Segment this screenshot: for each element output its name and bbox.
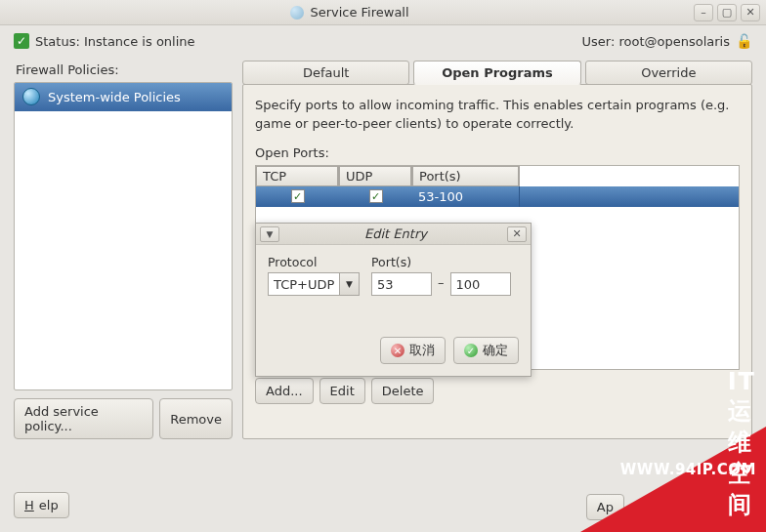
window-controls: – ▢ ✕ <box>694 4 760 21</box>
table-header: TCP UDP Port(s) <box>256 166 739 186</box>
cancel-icon: ✕ <box>391 344 404 357</box>
checkbox-udp[interactable]: ✓ <box>369 189 383 203</box>
checkbox-tcp[interactable]: ✓ <box>291 189 305 203</box>
dropdown-menu-button[interactable]: ▼ <box>260 226 279 242</box>
ok-icon: ✓ <box>464 344 478 357</box>
add-port-button[interactable]: Add... <box>255 378 314 404</box>
panel-description: Specify ports to allow incoming traffic.… <box>255 97 740 134</box>
port-to-input[interactable] <box>450 272 511 296</box>
watermark-text: IT运维空间 <box>728 368 756 520</box>
edit-fields: Protocol ▼ Port(s) – <box>268 255 519 296</box>
titlebar: Service Firewall – ▢ ✕ <box>0 0 766 25</box>
table-row[interactable]: ✓ ✓ 53-100 <box>256 186 739 207</box>
minimize-button[interactable]: – <box>694 4 713 21</box>
edit-entry-dialog: ▼ Edit Entry ✕ Protocol ▼ Port(s) – <box>255 223 532 377</box>
add-service-policy-button[interactable]: Add service policy... <box>14 398 153 439</box>
maximize-button[interactable]: ▢ <box>717 4 737 21</box>
ports-field-group: Port(s) – <box>371 255 511 296</box>
column-tcp[interactable]: TCP <box>256 166 339 186</box>
chevron-down-icon[interactable]: ▼ <box>340 272 360 296</box>
edit-port-button[interactable]: Edit <box>319 378 365 404</box>
edit-entry-close-button[interactable]: ✕ <box>507 226 527 242</box>
port-from-input[interactable] <box>371 272 432 296</box>
open-ports-label: Open Ports: <box>255 145 740 160</box>
cell-ports: 53-100 <box>412 186 520 207</box>
left-buttons: Add service policy... Remove <box>14 398 233 439</box>
column-udp[interactable]: UDP <box>339 166 412 186</box>
unlock-icon[interactable]: 🔓 <box>736 33 752 49</box>
user-text: User: root@opensolaris <box>582 34 730 49</box>
help-label: H <box>24 498 34 512</box>
status-ok-icon: ✓ <box>14 33 29 49</box>
remove-policy-button: Remove <box>159 398 233 439</box>
tabs: Default Open Programs Override <box>242 61 752 85</box>
protocol-field-group: Protocol ▼ <box>268 255 360 296</box>
cell-udp: ✓ <box>339 186 412 207</box>
ports-label: Port(s) <box>371 255 511 269</box>
left-column: Firewall Policies: System-wide Policies … <box>14 59 233 439</box>
tab-default[interactable]: Default <box>242 61 409 85</box>
edit-entry-body: Protocol ▼ Port(s) – ✕ 取消 ✓ <box>256 245 531 376</box>
policy-item-label: System-wide Policies <box>48 90 181 104</box>
protocol-input[interactable] <box>268 272 340 296</box>
column-ports[interactable]: Port(s) <box>412 166 520 186</box>
edit-entry-title: Edit Entry <box>279 226 507 241</box>
cancel-button[interactable]: ✕ 取消 <box>380 337 446 364</box>
delete-port-button[interactable]: Delete <box>371 378 435 404</box>
ok-button[interactable]: ✓ 确定 <box>453 337 519 364</box>
close-button[interactable]: ✕ <box>741 4 760 21</box>
cell-tcp: ✓ <box>256 186 339 207</box>
policies-heading: Firewall Policies: <box>14 59 233 82</box>
status-left: ✓ Status: Instance is online <box>14 33 195 49</box>
edit-entry-titlebar: ▼ Edit Entry ✕ <box>256 224 531 245</box>
panel-buttons: Add... Edit Delete <box>255 378 740 404</box>
status-right: User: root@opensolaris 🔓 <box>582 33 752 49</box>
tab-open-programs[interactable]: Open Programs <box>413 61 580 85</box>
policy-item-system-wide[interactable]: System-wide Policies <box>15 83 232 111</box>
edit-entry-buttons: ✕ 取消 ✓ 确定 <box>268 337 519 364</box>
protocol-select[interactable]: ▼ <box>268 272 360 296</box>
port-range-dash: – <box>432 275 450 294</box>
tab-override[interactable]: Override <box>585 61 752 85</box>
window-title: Service Firewall <box>6 5 694 20</box>
globe-icon <box>22 88 40 105</box>
ports-inputs: – <box>371 272 511 296</box>
window-title-text: Service Firewall <box>310 5 408 20</box>
protocol-label: Protocol <box>268 255 360 269</box>
globe-icon <box>290 6 304 20</box>
help-button[interactable]: Help <box>14 492 69 518</box>
policy-list[interactable]: System-wide Policies <box>14 82 233 390</box>
status-text: Status: Instance is online <box>35 34 195 49</box>
status-row: ✓ Status: Instance is online User: root@… <box>0 25 766 59</box>
